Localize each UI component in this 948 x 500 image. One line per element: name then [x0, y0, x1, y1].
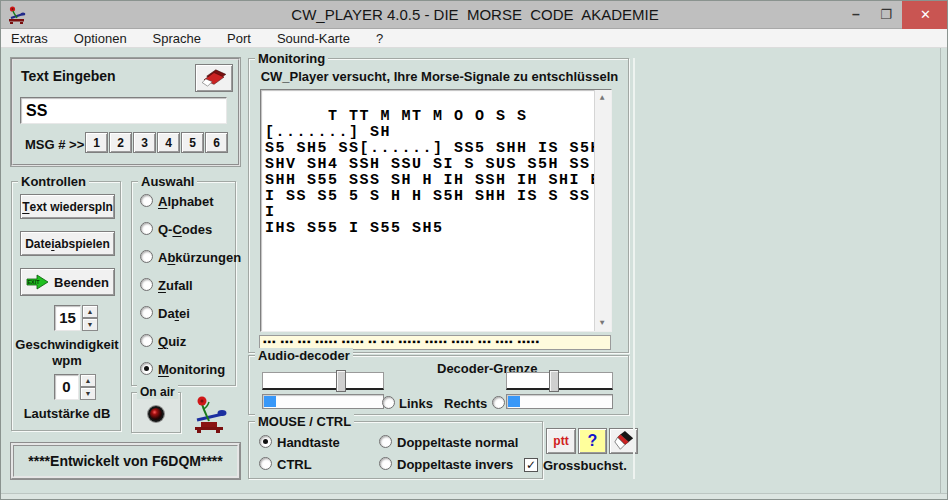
radio-monitoring-label[interactable]: Monitoring	[158, 362, 225, 377]
text-input[interactable]	[20, 97, 227, 124]
scrollbar[interactable]: ▲ ▼	[594, 90, 611, 331]
decoder-output[interactable]: T TT M MT M O O S S [.......] SH S5 SH5 …	[260, 89, 612, 332]
left-trackbar[interactable]	[262, 372, 384, 390]
menubar: Extras Optionen Sprache Port Sound-Karte…	[1, 29, 948, 48]
radio-handtaste-label[interactable]: Handtaste	[277, 435, 340, 450]
menu-item-port[interactable]: Port	[227, 31, 251, 46]
radio-monitoring[interactable]	[140, 362, 153, 375]
ptt-button[interactable]: ptt	[546, 428, 576, 454]
radio-zufall[interactable]	[140, 278, 153, 291]
volume-spinner[interactable]: 0	[54, 374, 79, 400]
msg-button-4[interactable]: 4	[157, 132, 180, 153]
radio-abkuerzungen[interactable]	[140, 250, 153, 263]
msg-button-3[interactable]: 3	[133, 132, 156, 153]
msg-button-5[interactable]: 5	[181, 132, 204, 153]
radio-zufall-label[interactable]: Zufall	[158, 278, 193, 293]
right-level-fill	[508, 396, 520, 407]
on-air-caption: On air	[137, 385, 178, 399]
app-icon[interactable]	[7, 5, 27, 25]
text-eingeben-title: Text Eingeben	[21, 68, 116, 84]
svg-text:EXIT: EXIT	[28, 279, 41, 285]
volume-stepper: ▲ ▼	[80, 374, 96, 400]
left-level-fill	[264, 396, 276, 407]
radio-doppeltaste-invers-label[interactable]: Doppeltaste invers	[397, 457, 513, 472]
group-text-eingeben: Text Eingeben MSG # >> 1 2 3 4 5 6	[11, 58, 240, 166]
kontrollen-caption: Kontrollen	[18, 174, 89, 189]
right-trackbar[interactable]	[506, 372, 613, 390]
msg-button-6[interactable]: 6	[205, 132, 228, 153]
close-button[interactable]: ✕	[902, 1, 948, 29]
menu-item-sound-karte[interactable]: Sound-Karte	[277, 31, 350, 46]
radio-rechts[interactable]	[492, 396, 505, 409]
spinner-down-button[interactable]: ▼	[82, 318, 98, 331]
replay-text-button[interactable]: Text wiederspln	[20, 194, 115, 219]
right-level-meter	[506, 394, 613, 409]
group-on-air: On air	[131, 392, 181, 433]
mouse-ctrl-caption: MOUSE / CTRL	[255, 414, 354, 429]
menu-item-sprache[interactable]: Sprache	[153, 31, 201, 46]
exit-button[interactable]: EXIT Beenden	[20, 268, 115, 296]
decoded-text: T TT M MT M O O S S [.......] SH S5 SH5 …	[265, 108, 601, 237]
msg-label: MSG # >>	[25, 137, 84, 152]
speed-spinner[interactable]: 15	[54, 305, 81, 331]
radio-datei[interactable]	[140, 306, 153, 319]
radio-quiz[interactable]	[140, 334, 153, 347]
right-trackbar-thumb[interactable]	[549, 370, 559, 392]
radio-q-codes-label[interactable]: Q-Codes	[158, 222, 212, 237]
radio-ctrl-label[interactable]: CTRL	[277, 457, 312, 472]
help-button[interactable]: ?	[578, 428, 607, 454]
radio-links[interactable]	[382, 396, 395, 409]
left-level-meter	[262, 394, 384, 409]
group-monitoring: Monitoring CW_Player versucht, Ihre Mors…	[248, 58, 629, 353]
right-window-edge	[940, 48, 941, 500]
speed-label-2: wpm	[12, 353, 122, 368]
radio-rechts-label[interactable]: Rechts	[444, 396, 487, 411]
play-file-button[interactable]: Datei abspielen	[20, 231, 115, 256]
group-audio-decoder: Audio-decoder Decoder-Grenze Links Recht…	[248, 355, 629, 415]
exit-button-label: Beenden	[54, 275, 109, 290]
group-kontrollen: Kontrollen Text wiederspln Datei abspiel…	[11, 181, 121, 431]
radio-ctrl[interactable]	[259, 457, 272, 470]
monitoring-caption: Monitoring	[255, 51, 328, 66]
titlebar: CW_PLAYER 4.0.5 - DIE MORSE CODE AKADEMI…	[1, 1, 948, 29]
radio-quiz-label[interactable]: Quiz	[158, 334, 186, 349]
menu-item-extras[interactable]: Extras	[11, 31, 48, 46]
msg-button-2[interactable]: 2	[109, 132, 132, 153]
grossbuchst-label[interactable]: Grossbuchst.	[543, 458, 627, 473]
scroll-up-button[interactable]: ▲	[595, 90, 611, 106]
menu-item-optionen[interactable]: Optionen	[74, 31, 127, 46]
spinner-up-button[interactable]: ▲	[82, 305, 98, 318]
radio-alphabet-label[interactable]: Alphabet	[158, 194, 214, 209]
spinner-down-button[interactable]: ▼	[80, 387, 96, 400]
radio-abkuerzungen-label[interactable]: Abkürzungen	[158, 250, 241, 265]
maximize-button[interactable]: ❐	[872, 1, 900, 29]
monitoring-subtitle: CW_Player versucht, Ihre Morse-Signale z…	[249, 69, 630, 84]
radio-doppeltaste-invers[interactable]	[379, 457, 392, 470]
speed-stepper: ▲ ▼	[82, 305, 98, 331]
credit-panel: ****Entwickelt von F6DQM****	[11, 443, 240, 479]
radio-alphabet[interactable]	[140, 194, 153, 207]
msg-button-1[interactable]: 1	[85, 132, 108, 153]
radio-handtaste[interactable]	[259, 435, 272, 448]
scroll-down-button[interactable]: ▼	[595, 315, 611, 331]
grossbuchst-checkbox[interactable]: ✓	[524, 458, 538, 472]
radio-doppeltaste-normal[interactable]	[379, 435, 392, 448]
erase-button[interactable]	[195, 64, 233, 92]
radio-q-codes[interactable]	[140, 222, 153, 235]
volume-label: Lautstärke dB	[12, 406, 122, 421]
group-auswahl: Auswahl Alphabet Q-Codes Abkürzungen Zuf…	[131, 181, 236, 386]
exit-icon: EXIT	[26, 274, 50, 290]
radio-links-label[interactable]: Links	[399, 396, 433, 411]
radio-doppeltaste-normal-label[interactable]: Doppeltaste normal	[397, 435, 518, 450]
minimize-button[interactable]: –	[842, 1, 870, 29]
spinner-up-button[interactable]: ▲	[80, 374, 96, 387]
left-trackbar-thumb[interactable]	[336, 370, 346, 392]
vertical-divider	[633, 58, 635, 479]
credit-text: ****Entwickelt von F6DQM****	[28, 453, 223, 469]
group-mouse-ctrl: MOUSE / CTRL Handtaste CTRL Doppeltaste …	[248, 421, 543, 479]
on-air-led	[148, 406, 164, 422]
radio-datei-label[interactable]: Datei	[158, 306, 190, 321]
menu-item-help[interactable]: ?	[376, 31, 383, 46]
window-title: CW_PLAYER 4.0.5 - DIE MORSE CODE AKADEMI…	[1, 1, 948, 29]
app-window: CW_PLAYER 4.0.5 - DIE MORSE CODE AKADEMI…	[0, 0, 948, 500]
